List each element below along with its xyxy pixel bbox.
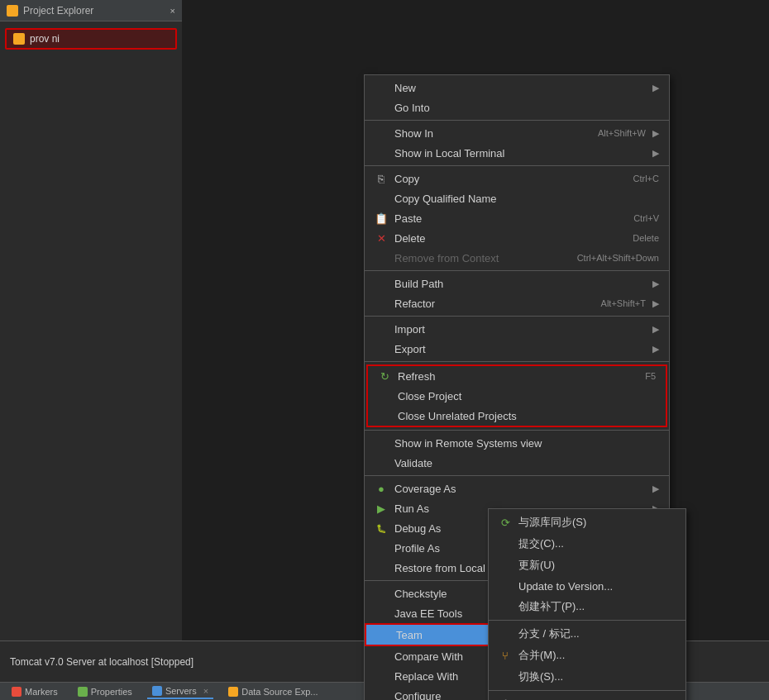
- project-item-icon: [13, 33, 25, 45]
- coverage-arrow: ▶: [652, 483, 659, 494]
- menu-item-new[interactable]: New ▶: [365, 78, 669, 98]
- servers-tab-label: Servers: [165, 686, 197, 696]
- menu-item-copy-label: Copy: [394, 173, 627, 185]
- build-path-icon: [375, 277, 388, 290]
- project-item[interactable]: prov ni: [5, 28, 177, 50]
- right-menu-show-revision-graph-label: Show Revision Graph: [518, 698, 623, 701]
- menu-item-go-into[interactable]: Go Into: [365, 98, 669, 117]
- show-local-terminal-arrow: ▶: [652, 148, 659, 159]
- menu-item-validate-label: Validate: [394, 457, 659, 469]
- separator-2: [365, 165, 669, 166]
- export-icon: [375, 342, 388, 355]
- menu-item-remove-context[interactable]: Remove from Context Ctrl+Alt+Shift+Down: [365, 248, 669, 268]
- right-menu-merge[interactable]: ⑂ 合并(M)...: [489, 645, 685, 666]
- separator-3: [365, 270, 669, 271]
- delete-shortcut: Delete: [633, 233, 659, 243]
- show-in-shortcut: Alt+Shift+W: [598, 128, 646, 138]
- project-explorer-icon: [7, 5, 18, 17]
- menu-item-show-in[interactable]: Show In Alt+Shift+W ▶: [365, 123, 669, 143]
- team-icon: [376, 628, 389, 641]
- menu-item-refresh-label: Refresh: [398, 370, 638, 383]
- revision-graph-icon: ⬡: [499, 697, 512, 700]
- servers-close-icon[interactable]: ×: [203, 686, 208, 696]
- compare-with-icon: [375, 650, 388, 663]
- refresh-icon: ↻: [378, 369, 391, 383]
- menu-item-refresh[interactable]: ↻ Refresh F5: [368, 366, 666, 386]
- menu-item-import[interactable]: Import ▶: [365, 319, 669, 339]
- status-tab-markers[interactable]: Markers: [7, 685, 63, 698]
- right-menu-branch[interactable]: 分支 / 标记...: [489, 623, 685, 645]
- status-tab-datasource[interactable]: Data Source Exp...: [223, 685, 322, 698]
- refresh-shortcut: F5: [645, 371, 656, 381]
- properties-tab-label: Properties: [91, 687, 132, 697]
- right-menu-sync[interactable]: ⟳ 与源库同步(S): [489, 512, 685, 533]
- restore-history-icon: [375, 561, 388, 574]
- configure-icon: [375, 689, 388, 700]
- remove-context-shortcut: Ctrl+Alt+Shift+Down: [577, 253, 659, 263]
- close-project-icon: [378, 389, 391, 402]
- red-border-group: ↻ Refresh F5 Close Project Close Unrelat…: [366, 364, 667, 427]
- show-local-terminal-icon: [375, 146, 388, 160]
- right-menu-show-revision-graph[interactable]: ⬡ Show Revision Graph: [489, 693, 685, 700]
- right-menu-switch[interactable]: 切换(S)...: [489, 666, 685, 688]
- menu-item-copy-qualified-label: Copy Qualified Name: [394, 193, 659, 205]
- servers-status-icon: [152, 686, 162, 696]
- right-menu-switch-label: 切换(S)...: [518, 669, 563, 684]
- copy-qualified-icon: [375, 192, 388, 205]
- menu-item-refactor[interactable]: Refactor Alt+Shift+T ▶: [365, 293, 669, 313]
- menu-item-validate[interactable]: Validate: [365, 453, 669, 473]
- status-tab-properties[interactable]: Properties: [73, 685, 137, 698]
- menu-item-paste[interactable]: 📋 Paste Ctrl+V: [365, 208, 669, 228]
- menu-item-remove-context-label: Remove from Context: [394, 252, 571, 264]
- project-explorer-header: Project Explorer ×: [0, 0, 182, 21]
- right-menu-update-version-label: Update to Version...: [518, 580, 613, 593]
- menu-item-copy-qualified[interactable]: Copy Qualified Name: [365, 188, 669, 208]
- menu-item-delete[interactable]: ✕ Delete Delete: [365, 228, 669, 248]
- update-icon: [499, 559, 512, 572]
- menu-item-close-project[interactable]: Close Project: [368, 386, 666, 406]
- right-context-menu: ⟳ 与源库同步(S) 提交(C)... 更新(U) Update to Vers…: [488, 508, 686, 700]
- menu-item-build-path[interactable]: Build Path ▶: [365, 274, 669, 293]
- import-arrow: ▶: [652, 324, 659, 335]
- right-separator-1: [489, 620, 685, 621]
- remove-context-icon: [375, 251, 388, 264]
- new-arrow: ▶: [652, 83, 659, 93]
- profile-as-icon: [375, 541, 388, 555]
- menu-item-build-path-label: Build Path: [394, 278, 646, 290]
- menu-item-show-in-label: Show In: [394, 127, 591, 140]
- refactor-icon: [375, 297, 388, 310]
- merge-icon: ⑂: [499, 649, 512, 662]
- right-menu-update-version[interactable]: Update to Version...: [489, 576, 685, 596]
- right-menu-update-label: 更新(U): [518, 558, 555, 573]
- go-into-icon: [375, 101, 388, 114]
- right-menu-merge-label: 合并(M)...: [518, 648, 565, 663]
- menu-item-show-local-terminal[interactable]: Show in Local Terminal ▶: [365, 143, 669, 163]
- menu-item-show-remote[interactable]: Show in Remote Systems view: [365, 433, 669, 453]
- menu-item-coverage-label: Coverage As: [394, 483, 646, 495]
- coverage-icon: ●: [375, 482, 388, 495]
- menu-item-export-label: Export: [394, 343, 646, 355]
- menu-item-close-unrelated[interactable]: Close Unrelated Projects: [368, 406, 666, 426]
- project-explorer-close[interactable]: ×: [170, 6, 175, 16]
- replace-with-icon: [375, 669, 388, 683]
- markers-tab-label: Markers: [25, 687, 58, 697]
- right-menu-create-patch[interactable]: 创建补丁(P)...: [489, 596, 685, 617]
- right-menu-update[interactable]: 更新(U): [489, 555, 685, 576]
- new-icon: [375, 81, 388, 94]
- refactor-shortcut: Alt+Shift+T: [601, 298, 646, 308]
- menu-item-show-local-terminal-label: Show in Local Terminal: [394, 147, 646, 160]
- branch-icon: [499, 627, 512, 640]
- paste-shortcut: Ctrl+V: [633, 213, 659, 223]
- menu-item-copy[interactable]: ⎘ Copy Ctrl+C: [365, 169, 669, 188]
- menu-item-export[interactable]: Export ▶: [365, 339, 669, 359]
- menu-item-go-into-label: Go Into: [394, 102, 659, 114]
- create-patch-icon: [499, 600, 512, 613]
- import-icon: [375, 322, 388, 336]
- right-menu-commit[interactable]: 提交(C)...: [489, 533, 685, 555]
- show-remote-icon: [375, 436, 388, 450]
- menu-item-refactor-label: Refactor: [394, 298, 595, 310]
- menu-item-show-remote-label: Show in Remote Systems view: [394, 437, 659, 450]
- status-tab-servers[interactable]: Servers ×: [147, 684, 213, 699]
- menu-item-coverage[interactable]: ● Coverage As ▶: [365, 479, 669, 498]
- datasource-status-icon: [228, 687, 238, 697]
